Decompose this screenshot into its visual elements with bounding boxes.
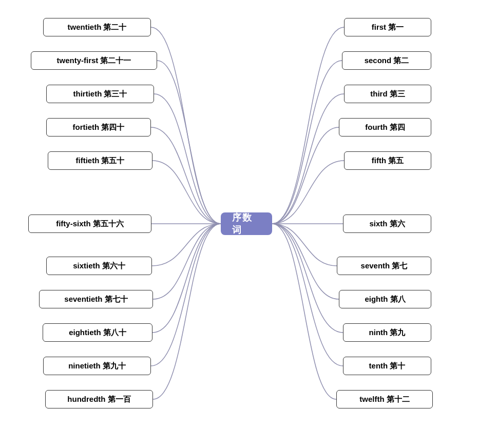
left-node-twentieth: twentieth 第二十 <box>43 18 151 36</box>
left-node-twenty-first: twenty-first 第二十一 <box>31 51 157 70</box>
right-node-fifth: fifth 第五 <box>344 151 431 170</box>
right-node-eighth: eighth 第八 <box>339 290 431 308</box>
mind-map: 序数词twentieth 第二十twenty-first 第二十一thirtie… <box>0 0 478 448</box>
left-node-hundredth: hundredth 第一百 <box>45 390 153 408</box>
right-node-tenth: tenth 第十 <box>343 357 431 375</box>
left-node-fiftieth: fiftieth 第五十 <box>48 151 152 170</box>
left-node-fortieth: fortieth 第四十 <box>46 118 151 137</box>
right-node-ninth: ninth 第九 <box>343 323 431 342</box>
right-node-twelfth: twelfth 第十二 <box>336 390 433 408</box>
left-node-seventieth: seventieth 第七十 <box>39 290 153 308</box>
left-node-thirtieth: thirtieth 第三十 <box>46 85 154 103</box>
right-node-fourth: fourth 第四 <box>339 118 431 137</box>
right-node-seventh: seventh 第七 <box>337 257 431 275</box>
right-node-third: third 第三 <box>344 85 431 103</box>
right-node-second: second 第二 <box>342 51 431 70</box>
center-node: 序数词 <box>221 212 272 235</box>
right-node-first: first 第一 <box>344 18 431 36</box>
left-node-eightieth: eightieth 第八十 <box>43 323 152 342</box>
left-node-ninetieth: ninetieth 第九十 <box>43 357 151 375</box>
left-node-sixtieth: sixtieth 第六十 <box>46 257 152 275</box>
right-node-sixth: sixth 第六 <box>343 215 431 233</box>
left-node-fifty-sixth: fifty-sixth 第五十六 <box>28 215 151 233</box>
